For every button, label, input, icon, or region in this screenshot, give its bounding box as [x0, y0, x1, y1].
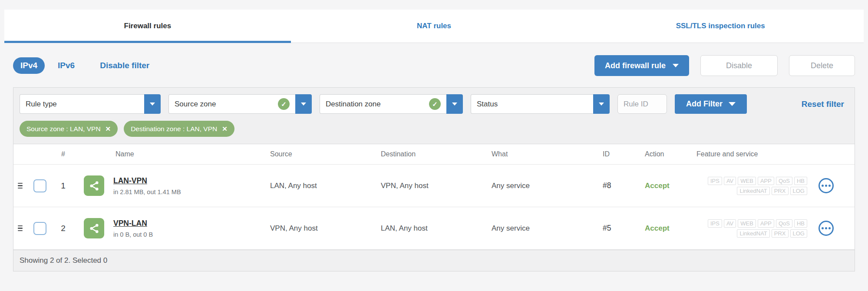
drag-handle-bar: [18, 225, 23, 227]
chevron-down-icon: [301, 103, 306, 106]
rule-name-block: LAN-VPN in 2.81 MB, out 1.41 MB: [113, 176, 181, 195]
add-firewall-rule-button[interactable]: Add firewall rule: [594, 55, 689, 76]
destination-zone-dropdown-button[interactable]: [446, 94, 463, 114]
feature-service-cell: IPS AV WEB APP QoS HB LinkedNAT PRX LOG: [693, 177, 855, 195]
feature-badge-ips: IPS: [708, 177, 722, 185]
filter-row: Rule type Source zone ✓ Destination zone: [20, 94, 848, 114]
chevron-down-icon: [599, 103, 604, 106]
chevron-down-icon: [150, 103, 155, 106]
share-network-icon: [84, 175, 104, 196]
feature-badge-log: LOG: [790, 229, 807, 238]
active-tab-underline: [4, 41, 291, 43]
feature-badge-linkednat: LinkedNAT: [737, 187, 769, 195]
tab-firewall-rules[interactable]: Firewall rules: [4, 10, 291, 43]
destination-zone-text: Destination zone: [326, 100, 381, 109]
filter-chips-row: Source zone : LAN, VPN ✕ Destination zon…: [20, 121, 848, 137]
tab-firewall-rules-label: Firewall rules: [124, 22, 172, 30]
remove-chip-icon[interactable]: ✕: [106, 125, 111, 133]
add-firewall-rule-label: Add firewall rule: [605, 61, 666, 70]
check-circle-icon: ✓: [278, 98, 290, 110]
rule-name-cell: LAN-VPN in 2.81 MB, out 1.41 MB: [73, 175, 267, 196]
ipv6-toggle[interactable]: IPv6: [58, 61, 75, 70]
feature-badge-qos: QoS: [776, 219, 792, 228]
ellipsis-dot: [828, 227, 831, 230]
feature-badge-ips: IPS: [708, 219, 722, 228]
rule-type-text: Rule type: [26, 100, 57, 109]
rule-id-input[interactable]: [617, 94, 667, 114]
drag-handle[interactable]: [13, 225, 26, 231]
rule-action: Accept: [639, 224, 693, 233]
rule-name-cell: VPN-LAN in 0 B, out 0 B: [73, 218, 267, 238]
feature-badge-app: APP: [758, 219, 774, 228]
rule-id: #5: [600, 224, 639, 233]
add-filter-button[interactable]: Add Filter: [675, 94, 747, 114]
column-header-feature-service: Feature and service: [693, 150, 855, 158]
source-zone-dropdown-label: Source zone ✓: [168, 94, 295, 114]
feature-badge-prx: PRX: [772, 229, 789, 238]
row-checkbox[interactable]: [33, 222, 46, 235]
rule-name-link[interactable]: LAN-VPN: [113, 176, 181, 185]
drag-handle-bar: [18, 188, 23, 189]
drag-handle[interactable]: [13, 183, 26, 189]
delete-button[interactable]: Delete: [789, 55, 855, 76]
row-checkbox-cell: [26, 179, 53, 192]
reset-filter-link[interactable]: Reset filter: [802, 99, 844, 109]
table-header-row: # Name Source Destination What ID Action…: [13, 144, 855, 165]
tab-nat-rules[interactable]: NAT rules: [291, 10, 578, 43]
remove-chip-icon[interactable]: ✕: [222, 125, 228, 133]
feature-badge-line: LinkedNAT PRX LOG: [737, 187, 807, 195]
source-zone-dropdown[interactable]: Source zone ✓: [168, 94, 312, 114]
disable-filter-link[interactable]: Disable filter: [100, 61, 149, 70]
destination-zone-filter-chip: Destination zone : LAN, VPN ✕: [124, 121, 234, 137]
feature-badges: IPS AV WEB APP QoS HB LinkedNAT PRX LOG: [708, 219, 807, 238]
status-dropdown-label: Status: [471, 94, 593, 114]
row-more-menu-button[interactable]: [818, 178, 834, 193]
tab-ssl-tls-inspection-rules[interactable]: SSL/TLS inspection rules: [577, 10, 864, 43]
rule-type-dropdown-label: Rule type: [20, 94, 144, 114]
source-zone-text: Source zone: [175, 100, 216, 109]
table-row: 1 LAN-VPN in 2.81 MB, out 1.41 MB LAN, A…: [13, 165, 855, 207]
source-zone-chip-label: Source zone : LAN, VPN: [26, 125, 101, 133]
feature-badge-log: LOG: [790, 187, 807, 195]
column-header-id: ID: [600, 150, 639, 158]
column-header-destination: Destination: [378, 150, 489, 158]
feature-badge-av: AV: [724, 177, 736, 185]
status-dropdown-button[interactable]: [593, 94, 610, 114]
rule-type-dropdown-button[interactable]: [144, 94, 161, 114]
share-network-icon: [84, 218, 104, 238]
check-circle-icon: ✓: [429, 98, 441, 110]
feature-badge-av: AV: [724, 219, 736, 228]
chevron-down-icon: [673, 64, 679, 67]
feature-badge-hb: HB: [794, 177, 807, 185]
rule-name-link[interactable]: VPN-LAN: [113, 219, 153, 228]
column-header-number: #: [53, 150, 73, 158]
drag-handle-bar: [18, 230, 23, 231]
rule-source: LAN, Any host: [267, 182, 378, 190]
chevron-down-icon: [729, 102, 736, 106]
rule-action: Accept: [639, 182, 693, 190]
row-checkbox-cell: [26, 222, 53, 235]
destination-zone-dropdown-label: Destination zone ✓: [320, 94, 446, 114]
ellipsis-dot: [825, 227, 828, 230]
feature-badge-web: WEB: [738, 219, 756, 228]
row-number: 2: [53, 224, 73, 233]
status-dropdown[interactable]: Status: [471, 94, 610, 114]
destination-zone-dropdown[interactable]: Destination zone ✓: [320, 94, 463, 114]
row-more-menu-button[interactable]: [818, 221, 834, 236]
ipv4-toggle[interactable]: IPv4: [13, 57, 45, 74]
ellipsis-dot: [822, 185, 824, 187]
feature-service-cell: IPS AV WEB APP QoS HB LinkedNAT PRX LOG: [693, 219, 855, 238]
rule-type-dropdown[interactable]: Rule type: [20, 94, 161, 114]
rule-traffic-stats: in 2.81 MB, out 1.41 MB: [113, 188, 181, 195]
chevron-down-icon: [452, 103, 457, 106]
rule-destination: VPN, Any host: [378, 182, 489, 190]
row-checkbox[interactable]: [33, 179, 46, 192]
source-zone-dropdown-button[interactable]: [295, 94, 312, 114]
feature-badge-line: LinkedNAT PRX LOG: [737, 229, 807, 238]
rule-destination: LAN, Any host: [378, 224, 489, 233]
ellipsis-dot: [825, 185, 828, 187]
feature-badge-line: IPS AV WEB APP QoS HB: [708, 177, 807, 185]
disable-button[interactable]: Disable: [700, 55, 778, 76]
status-text: Status: [477, 100, 498, 109]
add-filter-label: Add Filter: [686, 99, 723, 109]
